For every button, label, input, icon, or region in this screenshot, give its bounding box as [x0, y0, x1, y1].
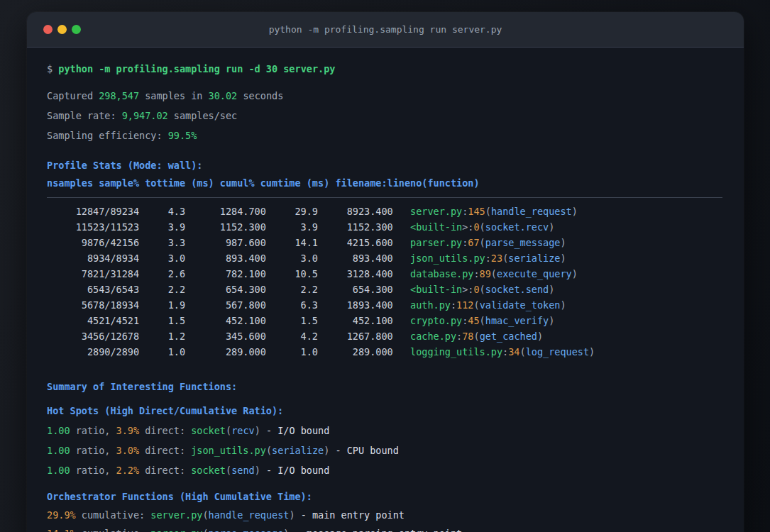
table-row: 12847/89234 4.3 1284.700 29.9 8923.400 s… — [47, 204, 724, 219]
summary-heading: Summary of Interesting Functions: — [47, 377, 724, 397]
table-divider — [47, 191, 724, 204]
window-title: python -m profiling.sampling run server.… — [27, 24, 744, 35]
sampling-efficiency-line: Sampling efficiency: 99.5% — [47, 126, 724, 145]
hot-spot-line: 1.00 ratio, 2.2% direct: socket(send) - … — [47, 460, 724, 480]
terminal-window: python -m profiling.sampling run server.… — [27, 12, 744, 532]
terminal-body[interactable]: $ python -m profiling.sampling run -d 30… — [27, 48, 744, 532]
table-row: 7821/31284 2.6 782.100 10.5 3128.400 dat… — [47, 266, 724, 282]
hot-spots-heading: Hot Spots (High Direct/Cumulative Ratio)… — [47, 401, 724, 421]
table-row: 8934/8934 3.0 893.400 3.0 893.400 json_u… — [47, 250, 724, 266]
table-row: 4521/4521 1.5 452.100 1.5 452.100 crypto… — [47, 313, 724, 328]
table-row: 9876/42156 3.3 987.600 14.1 4215.600 par… — [47, 235, 724, 250]
spacer — [47, 360, 724, 377]
orchestrator-heading: Orchestrator Functions (High Cumulative … — [47, 487, 724, 506]
profile-stats-heading: Profile Stats (Mode: wall): — [47, 155, 724, 175]
table-header: nsamples sample% tottime (ms) cumul% cum… — [47, 175, 724, 191]
sample-rate-line: Sample rate: 9,947.02 samples/sec — [47, 106, 724, 126]
table-row: 11523/11523 3.9 1152.300 3.9 1152.300 <b… — [47, 219, 724, 235]
spacer — [47, 79, 724, 86]
spacer — [47, 145, 724, 155]
titlebar[interactable]: python -m profiling.sampling run server.… — [27, 12, 744, 48]
hot-spot-line: 1.00 ratio, 3.9% direct: socket(recv) - … — [47, 421, 724, 440]
table-row: 5678/18934 1.9 567.800 6.3 1893.400 auth… — [47, 297, 724, 313]
hot-spot-line: 1.00 ratio, 3.0% direct: json_utils.py(s… — [47, 440, 724, 460]
table-row: 2890/2890 1.0 289.000 1.0 289.000 loggin… — [47, 344, 724, 360]
table-row: 6543/6543 2.2 654.300 2.2 654.300 <built… — [47, 282, 724, 297]
orchestrator-line: 14.1% cumulative: parser.py(parse_messag… — [47, 524, 724, 532]
captured-line: Captured 298,547 samples in 30.02 second… — [47, 86, 724, 106]
terminal-output: $ python -m profiling.sampling run -d 30… — [47, 59, 724, 532]
table-row: 3456/12678 1.2 345.600 4.2 1267.800 cach… — [47, 328, 724, 344]
orchestrator-line: 29.9% cumulative: server.py(handle_reque… — [47, 506, 724, 524]
spacer — [47, 480, 724, 487]
command-line: $ python -m profiling.sampling run -d 30… — [47, 59, 724, 79]
